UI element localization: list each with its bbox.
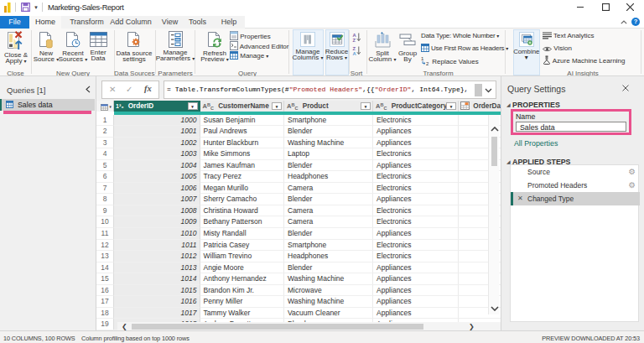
svg-text:Z: Z (353, 38, 356, 43)
svg-text:1: 1 (421, 56, 424, 61)
svg-text:A: A (353, 51, 357, 56)
svg-text:2: 2 (426, 61, 429, 65)
